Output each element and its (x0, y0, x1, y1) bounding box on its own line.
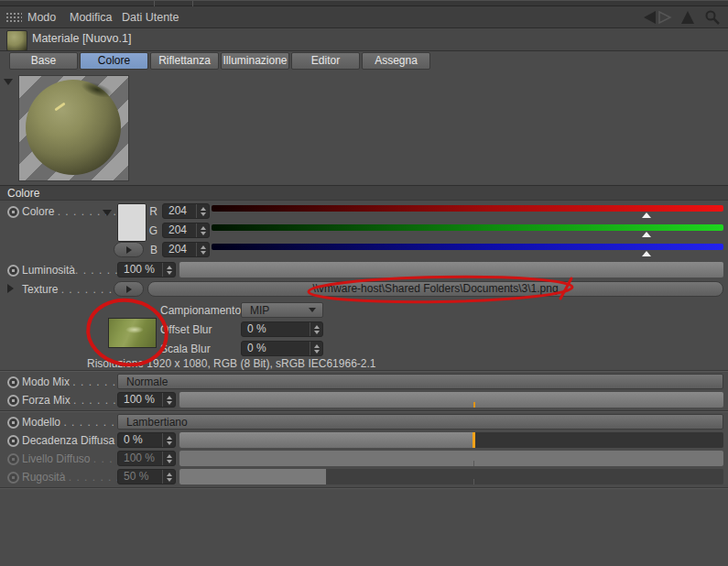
stepper-down-icon (167, 478, 172, 482)
up-icon[interactable] (681, 11, 694, 24)
thumbnail-highlight (125, 326, 144, 333)
label-luminosita: Luminosità. . . . . . . (22, 264, 126, 277)
enable-toggle-forza-mix[interactable] (7, 395, 19, 407)
value-field-r[interactable]: 204 (162, 203, 210, 219)
texture-expand-icon[interactable] (7, 284, 14, 293)
stepper-up-icon (201, 207, 206, 211)
sphere-scratch (55, 103, 66, 112)
rugosita-slider (179, 469, 723, 484)
stepper (162, 470, 175, 484)
field-value: 0 % (242, 322, 310, 336)
stepper[interactable] (196, 243, 209, 256)
stepper[interactable] (310, 322, 322, 336)
search-icon[interactable] (707, 12, 720, 25)
material-preview[interactable] (18, 75, 129, 181)
stepper[interactable] (196, 204, 209, 218)
enable-toggle-modello[interactable] (7, 417, 19, 429)
luminosita-slider[interactable] (179, 262, 723, 278)
field-value: 0 % (118, 433, 162, 447)
blue-slider-handle[interactable] (642, 251, 651, 256)
modello-dropdown[interactable]: Lambertiano (117, 414, 723, 430)
label-text: Modo Mix (22, 376, 70, 388)
slider-green[interactable] (212, 224, 723, 239)
stepper[interactable] (196, 223, 209, 237)
tab-illuminazione[interactable]: Illuminazione (221, 52, 289, 70)
tab-riflettanza[interactable]: Riflettanza (150, 52, 219, 70)
material-sphere-icon (6, 30, 27, 51)
preview-collapse-icon[interactable] (4, 79, 13, 85)
enable-toggle-colore[interactable] (7, 206, 19, 218)
channel-label-b: B (147, 244, 158, 256)
value-field-g[interactable]: 204 (162, 223, 210, 238)
offset-blur-field[interactable]: 0 % (241, 321, 323, 337)
forza-mix-slider[interactable] (179, 392, 723, 408)
field-value: 100 % (118, 263, 162, 277)
value-field-b[interactable]: 204 (162, 242, 210, 257)
back-icon[interactable] (644, 11, 656, 24)
stepper-down-icon (167, 271, 172, 275)
forward-icon[interactable] (659, 12, 670, 23)
label-text: Modello (22, 416, 60, 429)
stepper[interactable] (162, 263, 175, 277)
stepper (162, 452, 175, 465)
panel-grip-icon[interactable] (5, 12, 22, 23)
tab-assegna[interactable]: Assegna (362, 52, 430, 70)
field-value: 100 % (118, 393, 162, 407)
luminosita-field[interactable]: 100 % (117, 262, 176, 278)
menu-modo[interactable]: Modo (27, 10, 56, 25)
label-decadenza-diffusa: Decadenza Diffusa (22, 434, 114, 447)
dropdown-value: Lambertiano (118, 416, 723, 429)
red-slider-handle[interactable] (642, 212, 651, 218)
stepper[interactable] (162, 393, 175, 407)
stepper[interactable] (162, 433, 175, 447)
enable-toggle-modo-mix[interactable] (7, 376, 19, 388)
texture-path-field[interactable]: \\vmware-host\Shared Folders\Documents\3… (147, 281, 723, 297)
enable-toggle-decadenza[interactable] (7, 435, 19, 447)
enable-toggle-rugosita[interactable] (7, 472, 19, 484)
label-modello: Modello . . . . . . . . . (22, 416, 131, 429)
color-swatch[interactable] (117, 203, 147, 242)
material-title: Materiale [Nuovo.1] (32, 32, 131, 45)
decadenza-diffusa-field[interactable]: 0 % (117, 432, 176, 448)
default-value-tick (473, 402, 475, 408)
tab-bar: Base Colore Riflettanza Illuminazione Ed… (0, 51, 728, 71)
stepper[interactable] (310, 342, 322, 355)
menu-bar: Modo Modifica Dati Utente (0, 6, 728, 28)
section-title: Colore (7, 187, 39, 200)
modo-mix-dropdown[interactable]: Normale (117, 374, 723, 389)
color-mode-dropdown-icon[interactable] (103, 210, 112, 216)
sphere-smudge (80, 79, 115, 101)
slider-blue[interactable] (212, 244, 723, 258)
texture-thumbnail[interactable] (108, 318, 157, 348)
menu-modifica[interactable]: Modifica (70, 10, 113, 25)
enable-toggle-luminosita[interactable] (7, 265, 19, 277)
label-text: Decadenza Diffusa (22, 434, 114, 447)
color-options-button[interactable] (114, 242, 144, 257)
slider-red[interactable] (212, 205, 723, 220)
green-gradient-bar (212, 224, 723, 231)
field-value: 204 (163, 223, 196, 237)
label-offset-blur: Offset Blur (160, 323, 212, 336)
label-text: Livello Diffuso (22, 452, 90, 465)
forza-mix-field[interactable]: 100 % (117, 392, 176, 408)
texture-options-button[interactable] (114, 281, 144, 297)
campionamento-dropdown[interactable]: MIP (241, 302, 323, 318)
stepper-up-icon (167, 396, 172, 399)
menu-dati-utente[interactable]: Dati Utente (122, 10, 179, 25)
green-slider-handle[interactable] (642, 232, 651, 237)
channel-label-r: R (147, 205, 158, 218)
tab-editor[interactable]: Editor (291, 52, 360, 70)
chevron-down-icon (309, 308, 316, 312)
tab-base[interactable]: Base (9, 52, 78, 70)
stepper-down-icon (167, 460, 172, 463)
scala-blur-field[interactable]: 0 % (241, 341, 323, 356)
stepper-up-icon (201, 245, 206, 249)
decadenza-diffusa-slider[interactable] (179, 432, 723, 448)
label-campionamento: Campionamento (160, 304, 241, 317)
field-value: 204 (163, 204, 196, 218)
divider (0, 488, 728, 489)
enable-toggle-livello-diffuso[interactable] (7, 453, 19, 465)
tab-colore[interactable]: Colore (80, 52, 148, 70)
rugosita-field: 50 % (117, 469, 176, 484)
decadenza-slider-handle[interactable] (473, 432, 475, 448)
